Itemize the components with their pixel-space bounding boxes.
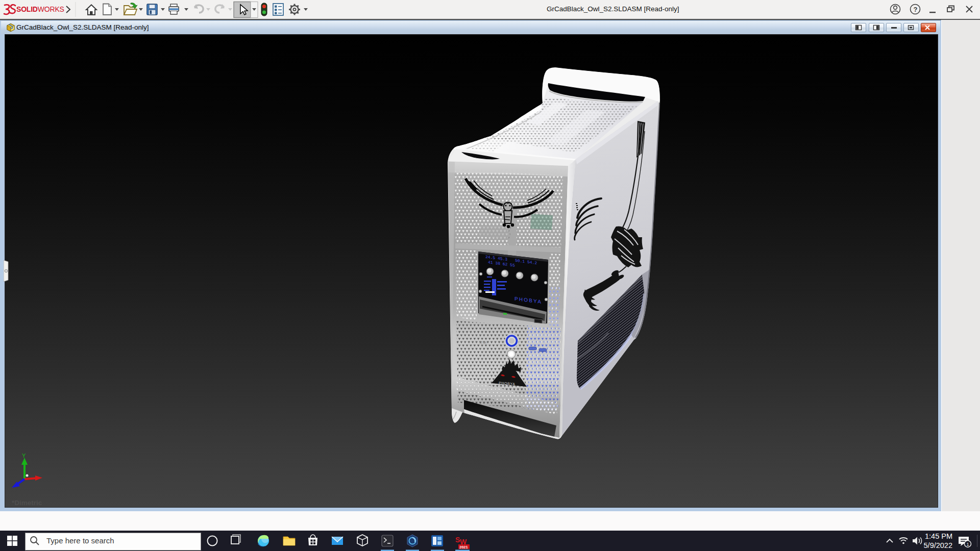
- svg-text:?: ?: [914, 6, 918, 13]
- svg-text:15 16: 15 16: [479, 341, 486, 344]
- svg-text:S: S: [455, 536, 460, 544]
- svg-text:*Dimetric: *Dimetric: [12, 499, 42, 507]
- svg-text:Y: Y: [22, 453, 26, 459]
- svg-text:SOLIDWORKS: SOLIDWORKS: [16, 5, 64, 13]
- svg-text:2021: 2021: [459, 545, 468, 549]
- svg-text:1: 1: [967, 542, 969, 547]
